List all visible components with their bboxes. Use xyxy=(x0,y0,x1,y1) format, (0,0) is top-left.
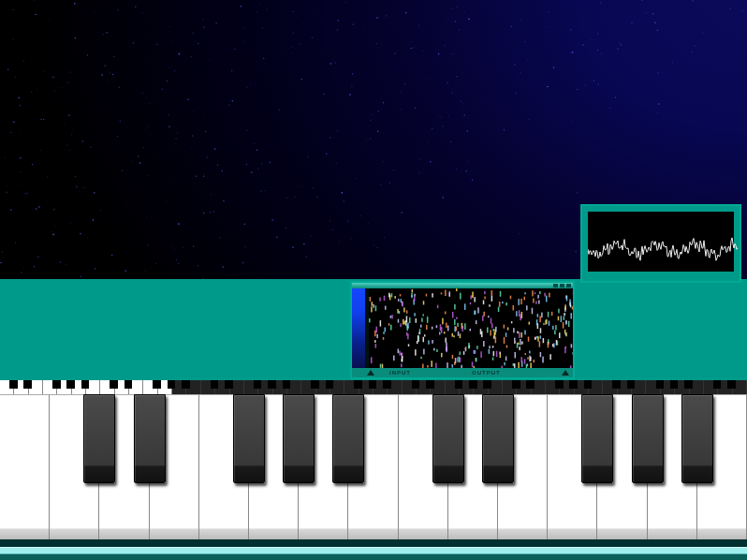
svg-point-235 xyxy=(293,124,294,125)
mini-key[interactable] xyxy=(603,380,617,394)
svg-rect-559 xyxy=(519,332,520,338)
black-key[interactable] xyxy=(233,394,265,483)
svg-rect-709 xyxy=(491,318,492,324)
black-key[interactable] xyxy=(432,394,464,483)
mini-key[interactable] xyxy=(301,380,315,394)
svg-rect-835 xyxy=(558,317,560,321)
svg-point-507 xyxy=(203,213,204,214)
svg-point-354 xyxy=(504,129,505,131)
mini-key[interactable] xyxy=(503,380,517,394)
mini-key[interactable] xyxy=(646,380,660,394)
mini-key[interactable] xyxy=(43,380,57,394)
svg-point-511 xyxy=(34,266,35,267)
svg-point-455 xyxy=(370,24,371,25)
mini-key[interactable] xyxy=(446,380,460,394)
svg-point-53 xyxy=(178,223,180,225)
svg-point-447 xyxy=(389,183,391,184)
svg-point-113 xyxy=(705,82,706,83)
svg-point-206 xyxy=(19,105,21,107)
black-key[interactable] xyxy=(482,394,514,483)
mini-black-key xyxy=(168,380,176,389)
svg-rect-670 xyxy=(452,355,454,359)
range-end-marker-icon[interactable] xyxy=(562,370,569,376)
svg-rect-557 xyxy=(401,363,403,367)
mini-key[interactable] xyxy=(704,380,718,394)
svg-point-225 xyxy=(174,143,175,144)
svg-rect-734 xyxy=(426,325,428,330)
svg-point-508 xyxy=(246,164,247,165)
svg-point-355 xyxy=(34,0,35,1)
svg-rect-584 xyxy=(526,305,528,310)
black-key[interactable] xyxy=(283,394,315,483)
svg-rect-542 xyxy=(570,313,572,318)
svg-point-358 xyxy=(89,58,90,59)
sequencer-note-canvas[interactable] xyxy=(369,288,573,368)
svg-point-417 xyxy=(64,123,65,124)
piano-keyboard[interactable] xyxy=(0,394,747,539)
mini-black-key xyxy=(81,380,90,389)
mini-key[interactable] xyxy=(100,380,114,394)
black-key[interactable] xyxy=(134,394,166,483)
window-control-icon[interactable] xyxy=(560,284,564,287)
svg-point-95 xyxy=(353,23,354,24)
svg-point-72 xyxy=(372,114,373,115)
svg-rect-628 xyxy=(481,332,483,337)
svg-point-243 xyxy=(418,171,419,172)
mini-key[interactable] xyxy=(344,380,359,394)
mini-key[interactable] xyxy=(143,380,157,394)
mini-key[interactable] xyxy=(201,380,215,394)
black-key[interactable] xyxy=(332,394,364,483)
svg-rect-667 xyxy=(385,328,387,332)
black-key[interactable] xyxy=(632,394,664,483)
svg-point-277 xyxy=(524,12,525,13)
svg-rect-785 xyxy=(394,296,396,299)
svg-point-376 xyxy=(175,138,176,139)
svg-point-149 xyxy=(146,216,147,217)
svg-point-416 xyxy=(355,22,356,23)
svg-point-167 xyxy=(267,8,268,9)
svg-point-525 xyxy=(291,144,292,145)
mini-key[interactable] xyxy=(546,380,560,394)
svg-rect-838 xyxy=(417,335,419,341)
svg-point-105 xyxy=(344,200,344,201)
svg-rect-730 xyxy=(384,296,386,301)
mini-black-key xyxy=(153,380,161,389)
svg-point-388 xyxy=(125,205,126,206)
svg-point-173 xyxy=(83,187,84,188)
mini-key[interactable] xyxy=(403,380,417,394)
keyboard-overview-strip[interactable] xyxy=(0,380,747,394)
pattern-sequencer-window[interactable]: INPUT OUTPUT xyxy=(350,281,575,379)
window-control-icon[interactable] xyxy=(553,284,558,287)
svg-rect-736 xyxy=(572,306,573,309)
sequencer-pitch-gutter[interactable] xyxy=(352,288,365,368)
black-key[interactable] xyxy=(681,394,713,483)
svg-rect-722 xyxy=(517,343,519,348)
svg-point-215 xyxy=(514,64,516,66)
svg-point-454 xyxy=(145,270,146,271)
svg-point-209 xyxy=(419,173,420,174)
svg-point-222 xyxy=(40,119,41,120)
black-key[interactable] xyxy=(83,394,115,483)
svg-point-198 xyxy=(261,27,263,29)
mini-key[interactable] xyxy=(244,380,258,394)
svg-rect-547 xyxy=(480,329,482,334)
white-key[interactable] xyxy=(0,394,50,539)
svg-point-501 xyxy=(303,243,305,245)
svg-rect-846 xyxy=(459,357,461,362)
svg-point-244 xyxy=(148,175,149,176)
svg-point-8 xyxy=(231,100,233,102)
svg-point-491 xyxy=(572,121,573,122)
svg-rect-690 xyxy=(453,335,455,337)
black-key[interactable] xyxy=(581,394,613,483)
mini-key[interactable] xyxy=(0,380,14,394)
svg-point-490 xyxy=(463,114,465,116)
svg-point-220 xyxy=(111,255,113,257)
svg-point-110 xyxy=(195,41,196,42)
svg-point-177 xyxy=(432,128,433,130)
mini-black-key xyxy=(52,380,61,389)
window-control-icon[interactable] xyxy=(566,284,571,287)
oscilloscope-window[interactable] xyxy=(580,204,741,283)
range-start-marker-icon[interactable] xyxy=(367,370,374,376)
svg-rect-792 xyxy=(511,321,513,323)
svg-rect-649 xyxy=(571,344,573,347)
